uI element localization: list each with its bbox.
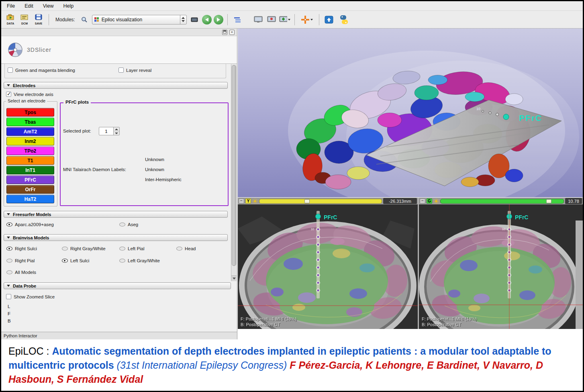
dicom-button[interactable]: DCM <box>18 12 31 27</box>
green-magenta-blending-row: Green and magenta blending <box>8 67 75 73</box>
model-right-sulci-row: Right Sulci <box>6 245 37 251</box>
brain-3d-render: 10 PFrC <box>238 29 583 197</box>
slice-offset-value: -26.313mm <box>383 198 417 204</box>
forward-button[interactable] <box>214 15 223 24</box>
visibility-eye-icon[interactable] <box>176 245 182 251</box>
main-toolbar: DATA DCM SAVE Modules: Epiloc visualizat… <box>1 11 583 28</box>
view-electrode-axis-checkbox[interactable] <box>6 92 11 97</box>
electrode-button-int1[interactable]: InT1 <box>6 166 54 174</box>
brainvisa-section-header[interactable]: Brainvisa Models <box>4 234 228 241</box>
module-selector[interactable]: Epiloc visualization <box>92 15 187 24</box>
panel-scrollbar[interactable] <box>231 64 237 281</box>
yellow-slice-render: PFrC 10 F: Postoperati...1 MRI (18%) B: … <box>238 204 418 329</box>
collapse-slice-button[interactable]: − <box>239 198 244 204</box>
spin-down-button[interactable] <box>114 131 119 135</box>
slice-footer-line1: F: Postoperat...1 MRI (18%) <box>422 316 477 321</box>
slice-footer-line2: B: Postoperative CT <box>241 322 280 327</box>
model-right-pial-row: Right Pial <box>6 257 35 263</box>
visibility-eye-icon[interactable] <box>6 221 12 227</box>
panel-titlebar: × <box>1 29 237 36</box>
load-data-button[interactable]: DATA <box>4 12 16 27</box>
menu-edit[interactable]: Edit <box>25 3 33 9</box>
layer-reveal-checkbox[interactable] <box>118 67 124 73</box>
slicer-logo-row: 3DSlicer <box>1 36 237 63</box>
yellow-slice-view[interactable]: PFrC 10 F: Postoperati...1 MRI (18%) B: … <box>238 204 418 329</box>
collapse-slice-button[interactable]: − <box>420 198 425 204</box>
show-zoomed-slice-checkbox[interactable] <box>6 294 11 299</box>
model-head-row: Head <box>176 245 196 251</box>
electrode-button-hat2[interactable]: HaT2 <box>6 195 54 203</box>
close-panel-button[interactable]: × <box>229 30 235 35</box>
module-list-button[interactable] <box>232 14 243 25</box>
slice-offset-slider[interactable] <box>440 199 564 204</box>
data-probe-section-header[interactable]: Data Probe <box>4 282 231 289</box>
banner-prefix: EpiLOC <box>8 345 44 357</box>
back-button[interactable] <box>202 15 212 24</box>
history-icon <box>191 17 198 22</box>
slice-offset-value: 10.78 <box>565 198 582 204</box>
crosshair-button[interactable] <box>299 14 315 25</box>
menu-file[interactable]: File <box>7 3 15 9</box>
scrollbar-down-button[interactable] <box>231 276 237 281</box>
visibility-eye-icon[interactable] <box>6 257 12 263</box>
visibility-eye-icon[interactable] <box>119 245 125 251</box>
model-all-models-row: All Models <box>6 269 36 275</box>
mni-labels-caption: MNI Talairach Daemon Labels: <box>63 167 126 172</box>
viewer-area: 10 PFrC − Y -26.313mm − G 10.78 <box>238 29 583 339</box>
electrodes-section-header[interactable]: Electrodes <box>4 82 228 89</box>
visibility-eye-icon[interactable] <box>6 245 12 251</box>
module-history-button[interactable] <box>189 14 200 25</box>
visibility-eye-icon[interactable] <box>119 257 125 263</box>
green-slice-view[interactable]: PFrC 10 F: Postoperat...1 MRI (18%) B: P… <box>419 204 583 329</box>
collapse-triangle-icon <box>7 237 10 239</box>
save-button[interactable]: SAVE <box>33 12 45 27</box>
brightness-sun-icon[interactable] <box>433 198 439 204</box>
undock-panel-button[interactable] <box>222 30 227 35</box>
slice-views: PFrC 10 F: Postoperati...1 MRI (18%) B: … <box>238 204 583 329</box>
extensions-button[interactable] <box>323 14 335 25</box>
model-aseg-row: Aseg <box>119 221 138 227</box>
app-header: File Edit View Help DATA DCM SAVE Module… <box>1 1 583 29</box>
electrode-button-tpos[interactable]: Tpos <box>6 108 54 116</box>
slider-handle[interactable] <box>546 199 551 203</box>
probe-row-f: F <box>8 311 10 316</box>
electrode-button-inm2[interactable]: Inm2 <box>6 137 54 145</box>
spin-up-button[interactable] <box>114 127 119 131</box>
screenshot-button[interactable] <box>253 14 264 25</box>
view-electrode-axis-label: View electrode axis <box>14 92 53 97</box>
select-electrode-label: Select an electrode <box>6 98 47 103</box>
freesurfer-section-header[interactable]: Freesurfer Models <box>4 211 228 218</box>
save-icon <box>35 14 42 22</box>
selected-plot-spinbox[interactable]: 1 <box>99 127 120 135</box>
electrode-button-orfr[interactable]: OrFr <box>6 185 54 194</box>
crosshair-icon <box>301 15 310 24</box>
green-magenta-checkbox[interactable] <box>8 67 13 73</box>
scene-view-button[interactable] <box>266 14 277 25</box>
threed-view[interactable]: 10 PFrC <box>238 29 583 197</box>
banner-congress: (31st International Epilepsy Congress) <box>114 359 290 371</box>
python-console-button[interactable] <box>337 14 351 25</box>
electrode-slice-label: PFrC <box>515 214 528 220</box>
module-selected-value: Epiloc visualization <box>99 17 180 22</box>
visibility-eye-icon[interactable] <box>119 221 125 227</box>
menu-help[interactable]: Help <box>63 3 74 9</box>
electrode-button-tpo2[interactable]: TPo2 <box>6 147 54 155</box>
slider-handle[interactable] <box>304 199 310 203</box>
electrode-button-amt2[interactable]: AmT2 <box>6 127 54 136</box>
electrode-button-t1[interactable]: T1 <box>6 156 54 165</box>
modules-label: Modules: <box>55 17 75 22</box>
slice-offset-slider[interactable] <box>259 199 382 204</box>
python-interactor-bar[interactable]: Python Interactor <box>1 332 237 339</box>
visibility-eye-icon[interactable] <box>61 245 68 251</box>
scene-view-menu-button[interactable] <box>279 14 290 25</box>
module-search-button[interactable] <box>79 14 90 25</box>
brightness-sun-icon[interactable] <box>252 198 258 204</box>
module-spin-buttons[interactable] <box>180 15 186 24</box>
show-zoomed-slice-label: Show Zoomed Slice <box>14 294 55 299</box>
electrode-button-tbas[interactable]: Tbas <box>6 118 54 126</box>
scrollbar-thumb[interactable] <box>232 65 236 266</box>
electrode-button-pfrc[interactable]: PFrC <box>6 176 54 184</box>
visibility-eye-icon[interactable] <box>61 257 68 263</box>
visibility-eye-icon[interactable] <box>6 269 12 275</box>
menu-view[interactable]: View <box>43 3 54 9</box>
